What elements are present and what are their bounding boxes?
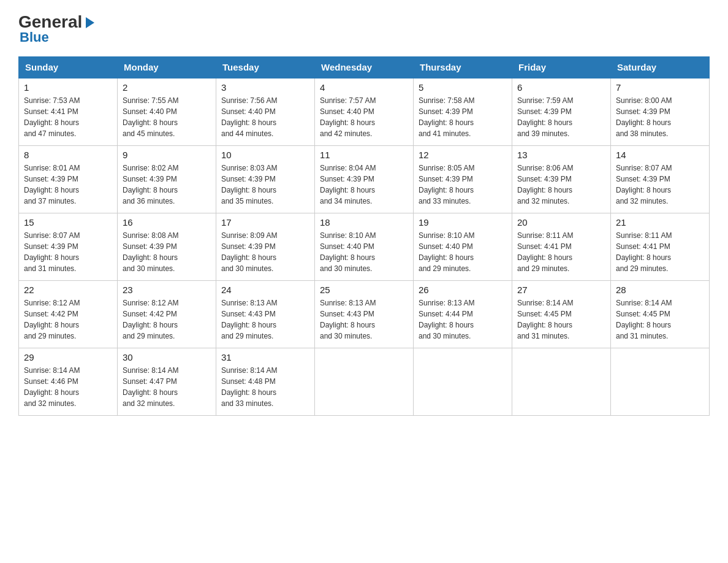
- svg-marker-0: [86, 17, 94, 28]
- day-cell: 2Sunrise: 7:55 AMSunset: 4:40 PMDaylight…: [118, 78, 216, 145]
- day-number: 17: [221, 217, 309, 228]
- day-number: 5: [419, 82, 507, 93]
- col-header-monday: Monday: [118, 57, 216, 79]
- week-row-4: 22Sunrise: 8:12 AMSunset: 4:42 PMDayligh…: [19, 280, 710, 348]
- day-cell: 29Sunrise: 8:14 AMSunset: 4:46 PMDayligh…: [19, 348, 118, 415]
- day-info: Sunrise: 8:07 AMSunset: 4:39 PMDaylight:…: [616, 164, 672, 205]
- day-number: 6: [517, 82, 605, 93]
- day-info: Sunrise: 8:14 AMSunset: 4:47 PMDaylight:…: [123, 366, 178, 408]
- day-cell: [414, 348, 512, 415]
- day-number: 23: [123, 285, 211, 295]
- day-number: 13: [517, 150, 605, 160]
- col-header-saturday: Saturday: [611, 57, 710, 79]
- day-number: 30: [123, 352, 211, 362]
- day-number: 10: [221, 150, 309, 160]
- calendar-header-row: SundayMondayTuesdayWednesdayThursdayFrid…: [19, 57, 710, 79]
- logo: General Blue: [18, 12, 97, 45]
- day-cell: 23Sunrise: 8:12 AMSunset: 4:42 PMDayligh…: [118, 280, 216, 348]
- day-number: 1: [24, 82, 112, 93]
- day-cell: 1Sunrise: 7:53 AMSunset: 4:41 PMDaylight…: [19, 78, 118, 145]
- day-info: Sunrise: 7:56 AMSunset: 4:40 PMDaylight:…: [221, 96, 277, 138]
- day-number: 9: [123, 150, 211, 160]
- day-number: 14: [616, 150, 704, 160]
- day-cell: 24Sunrise: 8:13 AMSunset: 4:43 PMDayligh…: [216, 280, 315, 348]
- col-header-sunday: Sunday: [19, 57, 118, 79]
- day-cell: 4Sunrise: 7:57 AMSunset: 4:40 PMDaylight…: [315, 78, 414, 145]
- col-header-thursday: Thursday: [414, 57, 512, 79]
- day-number: 8: [24, 150, 112, 160]
- day-cell: 28Sunrise: 8:14 AMSunset: 4:45 PMDayligh…: [611, 280, 710, 348]
- day-cell: 25Sunrise: 8:13 AMSunset: 4:43 PMDayligh…: [315, 280, 414, 348]
- day-cell: 18Sunrise: 8:10 AMSunset: 4:40 PMDayligh…: [315, 213, 414, 280]
- day-number: 15: [24, 217, 112, 228]
- day-info: Sunrise: 8:05 AMSunset: 4:39 PMDaylight:…: [419, 164, 474, 205]
- day-cell: 21Sunrise: 8:11 AMSunset: 4:41 PMDayligh…: [611, 213, 710, 280]
- day-number: 4: [320, 82, 408, 93]
- day-cell: 17Sunrise: 8:09 AMSunset: 4:39 PMDayligh…: [216, 213, 315, 280]
- day-info: Sunrise: 7:55 AMSunset: 4:40 PMDaylight:…: [123, 96, 178, 138]
- day-cell: 19Sunrise: 8:10 AMSunset: 4:40 PMDayligh…: [414, 213, 512, 280]
- day-cell: [315, 348, 414, 415]
- day-info: Sunrise: 8:01 AMSunset: 4:39 PMDaylight:…: [24, 164, 80, 205]
- week-row-3: 15Sunrise: 8:07 AMSunset: 4:39 PMDayligh…: [19, 213, 710, 280]
- day-number: 18: [320, 217, 408, 228]
- day-cell: 16Sunrise: 8:08 AMSunset: 4:39 PMDayligh…: [118, 213, 216, 280]
- day-info: Sunrise: 8:13 AMSunset: 4:44 PMDaylight:…: [419, 299, 474, 340]
- day-number: 20: [517, 217, 605, 228]
- logo-arrow-icon: [83, 16, 97, 29]
- day-number: 7: [616, 82, 704, 93]
- day-number: 16: [123, 217, 211, 228]
- day-cell: 15Sunrise: 8:07 AMSunset: 4:39 PMDayligh…: [19, 213, 118, 280]
- day-number: 26: [419, 285, 507, 295]
- day-cell: 22Sunrise: 8:12 AMSunset: 4:42 PMDayligh…: [19, 280, 118, 348]
- day-cell: 9Sunrise: 8:02 AMSunset: 4:39 PMDaylight…: [118, 145, 216, 213]
- day-cell: 12Sunrise: 8:05 AMSunset: 4:39 PMDayligh…: [414, 145, 512, 213]
- col-header-wednesday: Wednesday: [315, 57, 414, 79]
- day-cell: 13Sunrise: 8:06 AMSunset: 4:39 PMDayligh…: [512, 145, 611, 213]
- day-info: Sunrise: 8:14 AMSunset: 4:45 PMDaylight:…: [616, 299, 672, 340]
- day-number: 29: [24, 352, 112, 362]
- day-number: 27: [517, 285, 605, 295]
- day-info: Sunrise: 8:12 AMSunset: 4:42 PMDaylight:…: [123, 299, 178, 340]
- day-info: Sunrise: 7:57 AMSunset: 4:40 PMDaylight:…: [320, 96, 376, 138]
- week-row-2: 8Sunrise: 8:01 AMSunset: 4:39 PMDaylight…: [19, 145, 710, 213]
- day-cell: 20Sunrise: 8:11 AMSunset: 4:41 PMDayligh…: [512, 213, 611, 280]
- day-cell: 6Sunrise: 7:59 AMSunset: 4:39 PMDaylight…: [512, 78, 611, 145]
- day-info: Sunrise: 8:14 AMSunset: 4:45 PMDaylight:…: [517, 299, 573, 340]
- day-number: 24: [221, 285, 309, 295]
- day-number: 19: [419, 217, 507, 228]
- day-info: Sunrise: 8:04 AMSunset: 4:39 PMDaylight:…: [320, 164, 376, 205]
- week-row-1: 1Sunrise: 7:53 AMSunset: 4:41 PMDaylight…: [19, 78, 710, 145]
- day-cell: 7Sunrise: 8:00 AMSunset: 4:39 PMDaylight…: [611, 78, 710, 145]
- day-cell: [512, 348, 611, 415]
- day-cell: 3Sunrise: 7:56 AMSunset: 4:40 PMDaylight…: [216, 78, 315, 145]
- day-info: Sunrise: 8:13 AMSunset: 4:43 PMDaylight:…: [221, 299, 277, 340]
- day-number: 21: [616, 217, 704, 228]
- calendar-table: SundayMondayTuesdayWednesdayThursdayFrid…: [18, 56, 710, 416]
- day-info: Sunrise: 8:08 AMSunset: 4:39 PMDaylight:…: [123, 231, 178, 273]
- day-info: Sunrise: 8:10 AMSunset: 4:40 PMDaylight:…: [419, 231, 474, 273]
- day-info: Sunrise: 8:14 AMSunset: 4:46 PMDaylight:…: [24, 366, 80, 408]
- day-info: Sunrise: 8:14 AMSunset: 4:48 PMDaylight:…: [221, 366, 277, 408]
- day-info: Sunrise: 8:11 AMSunset: 4:41 PMDaylight:…: [616, 231, 672, 273]
- day-info: Sunrise: 8:13 AMSunset: 4:43 PMDaylight:…: [320, 299, 376, 340]
- logo-blue: Blue: [20, 29, 49, 45]
- day-info: Sunrise: 8:07 AMSunset: 4:39 PMDaylight:…: [24, 231, 80, 273]
- day-info: Sunrise: 8:00 AMSunset: 4:39 PMDaylight:…: [616, 96, 672, 138]
- page-header: General Blue: [18, 12, 710, 45]
- day-number: 31: [221, 352, 309, 362]
- day-info: Sunrise: 8:03 AMSunset: 4:39 PMDaylight:…: [221, 164, 277, 205]
- day-cell: 27Sunrise: 8:14 AMSunset: 4:45 PMDayligh…: [512, 280, 611, 348]
- day-number: 2: [123, 82, 211, 93]
- day-cell: 26Sunrise: 8:13 AMSunset: 4:44 PMDayligh…: [414, 280, 512, 348]
- day-info: Sunrise: 7:58 AMSunset: 4:39 PMDaylight:…: [419, 96, 474, 138]
- day-cell: [611, 348, 710, 415]
- day-info: Sunrise: 8:10 AMSunset: 4:40 PMDaylight:…: [320, 231, 376, 273]
- day-number: 25: [320, 285, 408, 295]
- col-header-tuesday: Tuesday: [216, 57, 315, 79]
- day-number: 22: [24, 285, 112, 295]
- day-info: Sunrise: 8:12 AMSunset: 4:42 PMDaylight:…: [24, 299, 80, 340]
- day-number: 3: [221, 82, 309, 93]
- day-number: 12: [419, 150, 507, 160]
- week-row-5: 29Sunrise: 8:14 AMSunset: 4:46 PMDayligh…: [19, 348, 710, 415]
